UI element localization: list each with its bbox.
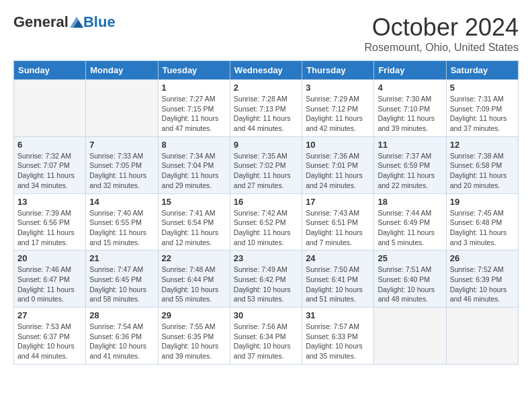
calendar-cell: 17Sunrise: 7:43 AM Sunset: 6:51 PM Dayli… bbox=[302, 193, 374, 250]
day-info: Sunrise: 7:34 AM Sunset: 7:04 PM Dayligh… bbox=[162, 151, 226, 191]
day-info: Sunrise: 7:49 AM Sunset: 6:42 PM Dayligh… bbox=[234, 265, 298, 304]
day-info: Sunrise: 7:35 AM Sunset: 7:02 PM Dayligh… bbox=[234, 151, 298, 191]
day-number: 19 bbox=[450, 197, 515, 207]
calendar-cell bbox=[86, 80, 158, 137]
calendar-cell: 14Sunrise: 7:40 AM Sunset: 6:55 PM Dayli… bbox=[86, 193, 158, 250]
day-info: Sunrise: 7:57 AM Sunset: 6:33 PM Dayligh… bbox=[306, 322, 370, 361]
header-cell-monday: Monday bbox=[86, 61, 158, 80]
calendar-cell: 26Sunrise: 7:52 AM Sunset: 6:39 PM Dayli… bbox=[446, 250, 518, 308]
day-info: Sunrise: 7:48 AM Sunset: 6:44 PM Dayligh… bbox=[162, 265, 226, 304]
day-number: 21 bbox=[89, 253, 154, 263]
calendar-table: SundayMondayTuesdayWednesdayThursdayFrid… bbox=[13, 60, 519, 365]
day-number: 22 bbox=[162, 253, 226, 263]
day-info: Sunrise: 7:33 AM Sunset: 7:05 PM Dayligh… bbox=[89, 151, 154, 191]
logo-icon bbox=[70, 15, 83, 29]
calendar-cell: 19Sunrise: 7:45 AM Sunset: 6:48 PM Dayli… bbox=[446, 193, 518, 250]
calendar-cell: 4Sunrise: 7:30 AM Sunset: 7:10 PM Daylig… bbox=[374, 80, 446, 137]
logo-blue: Blue bbox=[83, 13, 116, 31]
calendar-cell: 8Sunrise: 7:34 AM Sunset: 7:04 PM Daylig… bbox=[158, 136, 230, 193]
day-info: Sunrise: 7:46 AM Sunset: 6:47 PM Dayligh… bbox=[17, 265, 82, 304]
day-info: Sunrise: 7:27 AM Sunset: 7:15 PM Dayligh… bbox=[162, 94, 226, 134]
day-info: Sunrise: 7:40 AM Sunset: 6:55 PM Dayligh… bbox=[89, 208, 154, 248]
header-cell-saturday: Saturday bbox=[446, 61, 518, 80]
calendar-cell bbox=[374, 308, 446, 365]
day-info: Sunrise: 7:29 AM Sunset: 7:12 PM Dayligh… bbox=[306, 94, 370, 134]
calendar-cell: 21Sunrise: 7:47 AM Sunset: 6:45 PM Dayli… bbox=[86, 250, 158, 308]
day-number: 27 bbox=[17, 310, 82, 320]
month-title: October 2024 bbox=[365, 13, 519, 42]
day-number: 4 bbox=[378, 83, 442, 93]
calendar-cell: 5Sunrise: 7:31 AM Sunset: 7:09 PM Daylig… bbox=[446, 80, 518, 137]
header-cell-tuesday: Tuesday bbox=[158, 61, 230, 80]
day-number: 16 bbox=[234, 197, 298, 207]
header-cell-sunday: Sunday bbox=[14, 61, 86, 80]
calendar-cell: 12Sunrise: 7:38 AM Sunset: 6:58 PM Dayli… bbox=[446, 136, 518, 193]
day-number: 1 bbox=[162, 83, 226, 93]
location: Rosemount, Ohio, United States bbox=[365, 42, 519, 54]
day-number: 20 bbox=[17, 253, 82, 263]
page-header: General Blue October 2024 Rosemount, Ohi… bbox=[13, 13, 519, 54]
calendar-cell: 27Sunrise: 7:53 AM Sunset: 6:37 PM Dayli… bbox=[14, 308, 86, 365]
day-number: 29 bbox=[162, 310, 226, 320]
calendar-cell bbox=[14, 80, 86, 137]
day-number: 12 bbox=[450, 140, 515, 150]
calendar-cell: 25Sunrise: 7:51 AM Sunset: 6:40 PM Dayli… bbox=[374, 250, 446, 308]
day-info: Sunrise: 7:41 AM Sunset: 6:54 PM Dayligh… bbox=[162, 208, 226, 248]
calendar-cell: 23Sunrise: 7:49 AM Sunset: 6:42 PM Dayli… bbox=[230, 250, 302, 308]
day-number: 28 bbox=[89, 310, 154, 320]
day-number: 7 bbox=[89, 140, 154, 150]
day-number: 10 bbox=[306, 140, 370, 150]
calendar-week-4: 20Sunrise: 7:46 AM Sunset: 6:47 PM Dayli… bbox=[14, 250, 519, 308]
day-info: Sunrise: 7:52 AM Sunset: 6:39 PM Dayligh… bbox=[450, 265, 515, 304]
day-number: 2 bbox=[234, 83, 298, 93]
calendar-cell: 28Sunrise: 7:54 AM Sunset: 6:36 PM Dayli… bbox=[86, 308, 158, 365]
calendar-cell: 3Sunrise: 7:29 AM Sunset: 7:12 PM Daylig… bbox=[302, 80, 374, 137]
day-info: Sunrise: 7:44 AM Sunset: 6:49 PM Dayligh… bbox=[378, 208, 442, 248]
logo: General Blue bbox=[13, 13, 116, 31]
day-number: 24 bbox=[306, 253, 370, 263]
calendar-header: SundayMondayTuesdayWednesdayThursdayFrid… bbox=[14, 61, 519, 80]
calendar-cell: 2Sunrise: 7:28 AM Sunset: 7:13 PM Daylig… bbox=[230, 80, 302, 137]
calendar-cell: 10Sunrise: 7:36 AM Sunset: 7:01 PM Dayli… bbox=[302, 136, 374, 193]
calendar-cell: 29Sunrise: 7:55 AM Sunset: 6:35 PM Dayli… bbox=[158, 308, 230, 365]
day-number: 26 bbox=[450, 253, 515, 263]
day-info: Sunrise: 7:50 AM Sunset: 6:41 PM Dayligh… bbox=[306, 265, 370, 304]
calendar-cell: 7Sunrise: 7:33 AM Sunset: 7:05 PM Daylig… bbox=[86, 136, 158, 193]
calendar-cell: 11Sunrise: 7:37 AM Sunset: 6:59 PM Dayli… bbox=[374, 136, 446, 193]
day-info: Sunrise: 7:36 AM Sunset: 7:01 PM Dayligh… bbox=[306, 151, 370, 191]
day-info: Sunrise: 7:28 AM Sunset: 7:13 PM Dayligh… bbox=[234, 94, 298, 134]
calendar-cell: 13Sunrise: 7:39 AM Sunset: 6:56 PM Dayli… bbox=[14, 193, 86, 250]
day-number: 25 bbox=[378, 253, 442, 263]
calendar-cell: 1Sunrise: 7:27 AM Sunset: 7:15 PM Daylig… bbox=[158, 80, 230, 137]
calendar-week-1: 1Sunrise: 7:27 AM Sunset: 7:15 PM Daylig… bbox=[14, 80, 519, 137]
header-cell-friday: Friday bbox=[374, 61, 446, 80]
day-number: 17 bbox=[306, 197, 370, 207]
calendar-cell: 31Sunrise: 7:57 AM Sunset: 6:33 PM Dayli… bbox=[302, 308, 374, 365]
calendar-cell: 24Sunrise: 7:50 AM Sunset: 6:41 PM Dayli… bbox=[302, 250, 374, 308]
day-info: Sunrise: 7:47 AM Sunset: 6:45 PM Dayligh… bbox=[89, 265, 154, 304]
calendar-cell: 20Sunrise: 7:46 AM Sunset: 6:47 PM Dayli… bbox=[14, 250, 86, 308]
header-cell-wednesday: Wednesday bbox=[230, 61, 302, 80]
day-number: 13 bbox=[17, 197, 82, 207]
day-info: Sunrise: 7:37 AM Sunset: 6:59 PM Dayligh… bbox=[378, 151, 442, 191]
calendar-week-2: 6Sunrise: 7:32 AM Sunset: 7:07 PM Daylig… bbox=[14, 136, 519, 193]
day-info: Sunrise: 7:31 AM Sunset: 7:09 PM Dayligh… bbox=[450, 94, 515, 134]
day-info: Sunrise: 7:56 AM Sunset: 6:34 PM Dayligh… bbox=[234, 322, 298, 361]
day-number: 31 bbox=[306, 310, 370, 320]
day-number: 9 bbox=[234, 140, 298, 150]
day-number: 8 bbox=[162, 140, 226, 150]
day-number: 5 bbox=[450, 83, 515, 93]
logo-general: General bbox=[13, 13, 69, 31]
day-number: 23 bbox=[234, 253, 298, 263]
day-info: Sunrise: 7:32 AM Sunset: 7:07 PM Dayligh… bbox=[17, 151, 82, 191]
day-number: 30 bbox=[234, 310, 298, 320]
day-number: 14 bbox=[89, 197, 154, 207]
day-info: Sunrise: 7:39 AM Sunset: 6:56 PM Dayligh… bbox=[17, 208, 82, 248]
calendar-week-3: 13Sunrise: 7:39 AM Sunset: 6:56 PM Dayli… bbox=[14, 193, 519, 250]
calendar-cell: 15Sunrise: 7:41 AM Sunset: 6:54 PM Dayli… bbox=[158, 193, 230, 250]
day-number: 6 bbox=[17, 140, 82, 150]
day-info: Sunrise: 7:51 AM Sunset: 6:40 PM Dayligh… bbox=[378, 265, 442, 304]
calendar-cell: 18Sunrise: 7:44 AM Sunset: 6:49 PM Dayli… bbox=[374, 193, 446, 250]
day-number: 11 bbox=[378, 140, 442, 150]
day-number: 3 bbox=[306, 83, 370, 93]
